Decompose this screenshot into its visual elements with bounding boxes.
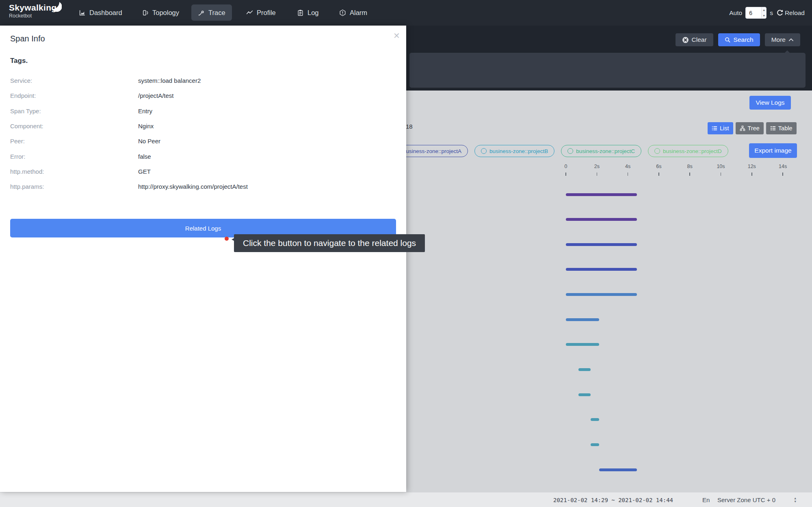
tag-label: Span Type:: [10, 108, 41, 114]
increment-arrow-icon[interactable]: ▲: [762, 7, 766, 13]
tag-label: http.method:: [10, 168, 44, 175]
nav-item-alarm[interactable]: Alarm: [339, 0, 367, 26]
export-image-button[interactable]: Export image: [749, 143, 797, 158]
nav-label: Topology: [152, 9, 179, 17]
badge-projectC[interactable]: business-zone::projectC: [561, 145, 641, 157]
tag-value: false: [138, 153, 151, 160]
tag-row: Endpoint: /projectA/test: [0, 88, 406, 103]
topology-icon: [142, 9, 149, 16]
trace-span-bar[interactable]: [566, 318, 599, 321]
stepper-arrows: ▲ ▼: [761, 7, 766, 18]
tag-value: http://proxy.skywalking.com/projectA/tes…: [138, 183, 248, 190]
badge-label: business-zone::projectB: [489, 148, 548, 154]
more-label: More: [771, 36, 786, 43]
nav-label: Log: [307, 9, 319, 17]
search-button[interactable]: Search: [718, 33, 760, 46]
top-navbar: Skywalking Rocketbot Dashboard Topology …: [0, 0, 812, 26]
tag-value: /projectA/test: [138, 92, 174, 99]
trace-span-bar[interactable]: [566, 193, 637, 196]
tag-row: Peer: No Peer: [0, 134, 406, 149]
dashboard-icon: [79, 9, 86, 16]
decrement-arrow-icon[interactable]: ▼: [762, 13, 766, 19]
skywalking-app: Clear Search More View Logs 18: [0, 0, 812, 507]
nav-label: Dashboard: [89, 9, 122, 17]
tag-label: Service:: [10, 77, 32, 84]
tag-row: http.method: GET: [0, 164, 406, 179]
ring-icon: [654, 148, 660, 154]
server-zone-label: Server Zone UTC + 0: [717, 496, 775, 503]
trace-span-bar[interactable]: [591, 443, 599, 446]
language-switch[interactable]: En: [702, 496, 710, 503]
tag-value: system::load balancer2: [138, 77, 201, 84]
table-icon: [770, 125, 776, 131]
zone-decrement-icon[interactable]: ▼: [794, 500, 797, 503]
nav-item-log[interactable]: Log: [297, 0, 319, 26]
modal-title: Span Info: [10, 34, 45, 43]
tag-value: Nginx: [138, 123, 154, 129]
tree-mode-label: Tree: [748, 125, 760, 132]
trace-span-bar[interactable]: [578, 393, 591, 396]
app-logo[interactable]: Skywalking Rocketbot: [9, 3, 56, 19]
table-mode-button[interactable]: Table: [766, 122, 797, 134]
tag-label: Endpoint:: [10, 92, 36, 99]
moon-swoosh-icon: [51, 1, 62, 12]
trace-span-bar[interactable]: [566, 343, 599, 346]
footer-bar: 2021-02-02 14:29 ~ 2021-02-02 14:44 En S…: [0, 492, 812, 507]
alert-dot: [225, 237, 229, 241]
trace-span-bar[interactable]: [566, 218, 637, 221]
tag-row: Service: system::load balancer2: [0, 73, 406, 88]
trace-span-bar[interactable]: [566, 268, 637, 271]
trace-span-bar[interactable]: [578, 368, 591, 371]
nav-label: Alarm: [350, 9, 367, 17]
tag-label: Error:: [10, 153, 26, 160]
auto-interval-input[interactable]: [746, 7, 761, 18]
tag-list: Service: system::load balancer2 Endpoint…: [0, 73, 406, 194]
badge-label: business-zone::projectD: [663, 148, 722, 154]
alarm-icon: [339, 9, 346, 16]
timezone-stepper: ▲ ▼: [794, 497, 797, 503]
trace-span-bar[interactable]: [599, 468, 637, 471]
tag-label: Peer:: [10, 138, 25, 145]
tree-mode-button[interactable]: Tree: [736, 122, 764, 134]
nav-label: Profile: [257, 9, 276, 17]
badge-projectD[interactable]: business-zone::projectD: [648, 145, 728, 157]
badge-label: business-zone::projectC: [576, 148, 635, 154]
list-icon: [712, 125, 717, 131]
nav-item-profile[interactable]: Profile: [246, 0, 276, 26]
reload-button[interactable]: Reload: [776, 9, 805, 17]
nav-item-topology[interactable]: Topology: [142, 0, 179, 26]
badge-projectB[interactable]: business-zone::projectB: [474, 145, 554, 157]
nav-label: Trace: [208, 9, 225, 17]
nav-right-controls: Auto ▲ ▼ s Reload: [729, 0, 805, 26]
badge-label: business-zone::projectA: [403, 148, 461, 154]
search-icon: [725, 37, 731, 43]
tag-row: Component: Nginx: [0, 119, 406, 134]
service-badges: business-zone::projectA business-zone::p…: [388, 145, 728, 157]
trace-span-bar[interactable]: [566, 243, 637, 246]
table-mode-label: Table: [778, 125, 793, 132]
time-range[interactable]: 2021-02-02 14:29 ~ 2021-02-02 14:44: [553, 497, 673, 503]
view-mode-switch: List Tree Table: [708, 122, 797, 134]
list-mode-button[interactable]: List: [708, 122, 733, 134]
chevron-up-icon: [788, 38, 794, 42]
logo-title: Skywalking: [9, 3, 56, 13]
trace-span-bar[interactable]: [591, 418, 599, 421]
nav-item-dashboard[interactable]: Dashboard: [79, 0, 122, 26]
more-button[interactable]: More: [765, 33, 800, 46]
view-logs-button[interactable]: View Logs: [749, 96, 791, 110]
list-mode-label: List: [720, 125, 729, 132]
more-options-panel: [409, 53, 806, 88]
clear-label: Clear: [692, 36, 707, 43]
close-icon[interactable]: ✕: [393, 31, 400, 41]
reload-label: Reload: [785, 9, 805, 17]
clear-button[interactable]: Clear: [676, 33, 713, 46]
reload-icon: [776, 9, 784, 17]
span-info-modal: Span Info ✕ Tags. Service: system::load …: [0, 26, 406, 492]
trace-span-bar[interactable]: [566, 293, 637, 296]
tag-label: http.params:: [10, 183, 44, 190]
auto-label: Auto: [729, 9, 742, 17]
ring-icon: [481, 148, 487, 154]
tag-label: Component:: [10, 123, 43, 129]
tag-row: http.params: http://proxy.skywalking.com…: [0, 179, 406, 194]
nav-item-trace[interactable]: Trace: [191, 4, 232, 21]
